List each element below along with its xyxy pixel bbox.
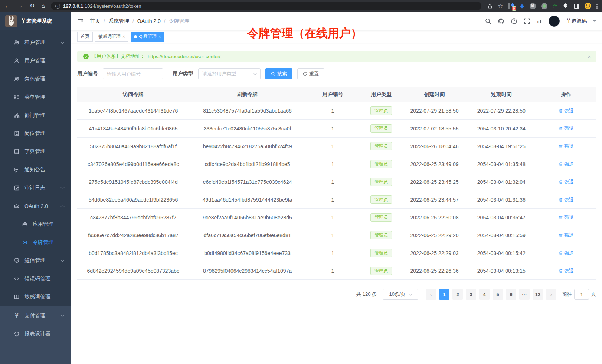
goto-label: 前往 <box>562 291 572 298</box>
alert-close-icon[interactable]: × <box>588 53 591 60</box>
sidebar-item-pay[interactable]: ¥ 支付管理 <box>0 307 71 325</box>
share-icon[interactable] <box>487 3 493 9</box>
tag-token-active[interactable]: 令牌管理× <box>131 32 164 42</box>
forward-icon[interactable]: → <box>17 3 23 9</box>
address-bar[interactable]: i 127.0.0.1:1024/system/oauth2/token <box>51 2 481 10</box>
close-icon[interactable]: × <box>122 34 125 39</box>
user-type-badge: 管理员 <box>370 267 392 275</box>
search-button[interactable]: 搜索 <box>265 68 292 79</box>
sidebar-item-label: 报表设计器 <box>24 331 50 337</box>
font-size-icon[interactable]: тT <box>537 18 542 24</box>
sidebar-item-audit-log[interactable]: 审计日志 <box>0 179 71 197</box>
recorder-extension-icon[interactable] <box>541 3 547 9</box>
command-extension-icon[interactable]: ⌘ <box>530 3 536 9</box>
access-token-cell: 41c41346a548490f9dc8b01c6bfe0865 <box>77 126 189 132</box>
force-logout-button[interactable]: 强退 <box>559 143 574 150</box>
action-cell: 强退 <box>536 107 596 114</box>
close-icon[interactable]: × <box>158 34 161 39</box>
site-info-icon[interactable]: i <box>55 4 60 9</box>
refresh-token-cell: 9ce8ef2aa9f14056b831ae9b608e28d5 <box>189 215 305 221</box>
sidebar-item-label: 岗位管理 <box>24 130 45 137</box>
sidebar-item-report-designer[interactable]: 报表设计器 <box>0 325 71 343</box>
expire-time-cell: 2054-03-04 00:36:47 <box>466 215 536 221</box>
page-button-3[interactable]: 3 <box>466 289 476 300</box>
sidebar-item-user[interactable]: 用户管理 <box>0 52 71 70</box>
reload-icon[interactable]: ↻ <box>30 3 35 9</box>
sidebar-item-notice[interactable]: 通知公告 <box>0 161 71 179</box>
github-icon[interactable] <box>498 18 504 24</box>
table-body: 1ea5e44f8bc1467aaede43144f31de76 811c530… <box>77 102 596 280</box>
sidebar-lower-section: ¥ 支付管理 报表设计器 <box>0 306 71 364</box>
puzzle-extensions-icon[interactable] <box>563 3 569 9</box>
page-button-12[interactable]: 12 <box>533 289 543 300</box>
sidebar-item-sms[interactable]: 短信管理 <box>0 251 71 269</box>
force-logout-button[interactable]: 强退 <box>559 161 574 168</box>
breadcrumb-oauth2[interactable]: OAuth 2.0 <box>137 18 161 24</box>
force-logout-button[interactable]: 强退 <box>559 107 574 114</box>
app-logo[interactable]: 芋道管理系统 <box>0 12 71 30</box>
username-label[interactable]: 芋道源码 <box>566 18 587 24</box>
browser-menu-icon[interactable] <box>596 4 598 9</box>
created-time-cell: 2022-06-25 22:29:03 <box>403 250 467 256</box>
profile-avatar-icon[interactable] <box>585 3 591 9</box>
trash-icon <box>559 144 563 149</box>
caret-down-icon[interactable] <box>593 20 596 23</box>
sidebar-item-oauth2-app[interactable]: 应用管理 <box>0 215 71 233</box>
goto-page-input[interactable] <box>574 289 589 300</box>
refresh-token-cell: 49d1aa46d1454fbd87591444423be9fa <box>189 197 305 203</box>
page-button-5[interactable]: 5 <box>493 289 503 300</box>
expire-time-cell: 2054-03-04 00:13:15 <box>466 268 536 274</box>
url-text[interactable]: 127.0.0.1:1024/system/oauth2/token <box>63 3 141 9</box>
page-button-2[interactable]: 2 <box>452 289 463 300</box>
page-button-1[interactable]: 1 <box>439 289 449 300</box>
extension-grid-icon[interactable]: 9 <box>508 3 515 9</box>
star-extension-icon[interactable]: ☆ <box>553 3 557 9</box>
more-pages-button[interactable]: ··· <box>519 289 530 300</box>
side-panel-icon[interactable] <box>574 4 579 9</box>
fullscreen-icon[interactable] <box>524 18 530 24</box>
sidebar-item-menu[interactable]: 菜单管理 <box>0 88 71 106</box>
force-logout-button[interactable]: 强退 <box>559 250 574 257</box>
bookmark-star-icon[interactable]: ☆ <box>498 3 503 9</box>
user-type-select[interactable]: 请选择用户类型 <box>198 68 261 79</box>
tag-sensitive-word[interactable]: 敏感词管理× <box>95 32 128 42</box>
sidebar-item-dict[interactable]: 字典管理 <box>0 142 71 161</box>
sidebar-item-tenant[interactable]: 租户管理 <box>0 33 71 52</box>
home-icon[interactable]: ⌂ <box>41 3 45 9</box>
sidebar-item-dept[interactable]: 部门管理 <box>0 106 71 124</box>
sidebar-item-oauth2-token[interactable]: 令牌管理 <box>0 233 71 251</box>
force-logout-button[interactable]: 强退 <box>559 196 574 203</box>
user-id-input[interactable] <box>103 68 163 79</box>
breadcrumb-home[interactable]: 首页 <box>90 18 100 24</box>
next-page-button[interactable]: › <box>546 289 556 300</box>
reset-button[interactable]: 重置 <box>297 68 324 79</box>
sidebar-collapse-icon[interactable] <box>77 18 84 24</box>
tag-home[interactable]: 首页 <box>77 32 93 42</box>
user-avatar[interactable] <box>549 16 560 27</box>
force-logout-button[interactable]: 强退 <box>559 268 574 274</box>
page-button-6[interactable]: 6 <box>506 289 516 300</box>
help-icon[interactable] <box>511 18 517 24</box>
force-logout-button[interactable]: 强退 <box>559 179 574 185</box>
back-icon[interactable]: ← <box>4 3 10 9</box>
force-logout-button[interactable]: 强退 <box>559 214 574 221</box>
chevron-down-icon <box>61 313 65 317</box>
page-size-select[interactable]: 10条/页 <box>383 289 418 300</box>
user-id-cell: 1 <box>305 250 360 256</box>
force-logout-button[interactable]: 强退 <box>559 232 574 239</box>
gem-extension-icon[interactable]: ◆ <box>520 3 524 9</box>
prev-page-button[interactable]: ‹ <box>426 289 436 300</box>
sidebar-item-label: 应用管理 <box>33 221 53 228</box>
page-button-4[interactable]: 4 <box>479 289 490 300</box>
search-icon[interactable] <box>485 18 491 24</box>
breadcrumb-system[interactable]: 系统管理 <box>108 18 129 24</box>
sidebar-item-errcode[interactable]: 错误码管理 <box>0 269 71 288</box>
force-logout-button[interactable]: 强退 <box>559 125 574 132</box>
doc-link[interactable]: https://doc.iocoder.cn/user-center/ <box>148 54 220 59</box>
sidebar-item-oauth2[interactable]: OAuth 2.0 <box>0 197 71 215</box>
expire-time-cell: 2054-03-04 01:31:36 <box>466 197 536 203</box>
col-created: 创建时间 <box>403 91 467 98</box>
sidebar-item-role[interactable]: 角色管理 <box>0 70 71 88</box>
sidebar-item-sensitive-word[interactable]: 敏感词管理 <box>0 288 71 306</box>
sidebar-item-post[interactable]: 岗位管理 <box>0 124 71 142</box>
